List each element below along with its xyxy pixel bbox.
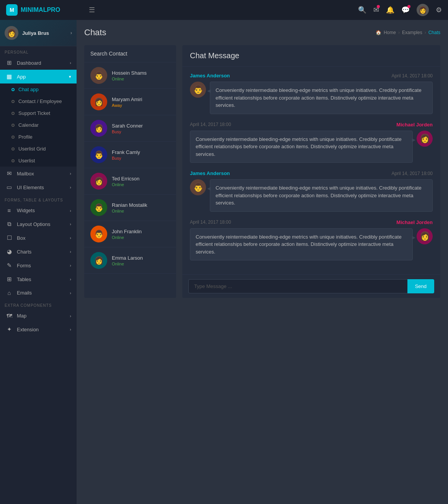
sidebar-item-mailbox[interactable]: ✉ Mailbox › — [0, 167, 77, 180]
breadcrumb-home-icon: 🏠 — [376, 30, 381, 35]
sub-dot-profile — [11, 136, 15, 139]
section-forms: FORMS, TABLE & LAYOUTS — [0, 194, 77, 204]
message-input[interactable] — [188, 279, 407, 293]
sidebar-item-extension[interactable]: ✦ Extension › — [0, 322, 77, 336]
sidebar-item-widgets-label: Widgets — [17, 208, 66, 213]
contact-item-8[interactable]: 👩 Emma Larson Online — [84, 247, 176, 274]
brand: M MINIMALPRO — [6, 4, 83, 16]
sidebar-item-box[interactable]: ☐ Box › — [0, 231, 77, 245]
sidebar-sub-item-userlist[interactable]: Userlist — [0, 155, 77, 167]
page-title: Chats — [84, 28, 106, 38]
dashboard-chevron: › — [70, 61, 71, 65]
sidebar-sub-label-profile: Profile — [18, 134, 33, 140]
contact-item-2[interactable]: 👩 Maryam Amiri Away — [84, 89, 176, 115]
msg-body-1: 👨 ◀ Conveniently reintermediate bleeding… — [190, 82, 433, 114]
contact-status-8: Online — [112, 262, 143, 266]
chat-panel-title: Chat Message — [190, 51, 433, 60]
message-3: James Anderson April 14, 2017 18:00 👨 ◀ … — [190, 170, 433, 212]
sub-dot-support — [11, 112, 15, 115]
sidebar-item-dashboard[interactable]: ⊞ Dashboard › — [0, 56, 77, 70]
contact-item-4[interactable]: 👨 Frank Camly Busy — [84, 142, 176, 168]
search-icon[interactable]: 🔍 — [358, 6, 366, 14]
contact-item-5[interactable]: 👩 Ted Erricson Online — [84, 168, 176, 195]
settings-icon[interactable]: ⚙ — [436, 6, 442, 14]
widgets-chevron: › — [70, 208, 71, 213]
contact-info-8: Emma Larson Online — [112, 255, 143, 266]
contact-avatar-2: 👩 — [90, 93, 107, 110]
sidebar-item-tables[interactable]: ⊞ Tables › — [0, 272, 77, 286]
breadcrumb-home[interactable]: Home — [384, 30, 396, 35]
contacts-panel: Search Contact 👨 Hossein Shams Online 👩 … — [84, 45, 176, 298]
sidebar-sub-label-contact: Contact / Employee — [18, 98, 62, 104]
layout: 👩 Juliya Brus › PERSONAL ⊞ Dashboard › ▦… — [0, 0, 448, 504]
tables-chevron: › — [70, 277, 71, 281]
msg-avatar-3: 👨 — [190, 179, 206, 195]
sidebar-item-dashboard-label: Dashboard — [17, 60, 66, 66]
sidebar-sub-item-support[interactable]: Support Ticket — [0, 107, 77, 119]
contact-status-1: Online — [112, 77, 147, 81]
msg-text-4: Conveniently reintermediate bleeding-edg… — [196, 234, 402, 255]
contact-item-3[interactable]: 👩 Sarah Conner Busy — [84, 115, 176, 142]
sidebar-item-app-label: App — [17, 74, 65, 80]
sidebar-item-app[interactable]: ▦ App ▾ — [0, 70, 77, 83]
sidebar-sub-item-chat-app[interactable]: Chat app — [0, 83, 77, 95]
charts-icon: ◕ — [5, 248, 13, 255]
contact-status-4: Busy — [112, 156, 140, 160]
msg-time-2: April 14, 2017 18:00 — [190, 122, 231, 127]
contact-info-1: Hossein Shams Online — [112, 70, 147, 81]
app-icon: ▦ — [5, 73, 13, 80]
sidebar-item-layout[interactable]: ⧉ Layout Options › — [0, 217, 77, 231]
sidebar-user[interactable]: 👩 Juliya Brus › — [0, 20, 77, 46]
bubble-arrow-4: ▶ — [412, 234, 415, 241]
message-1: James Anderson April 14, 2017 18:00 👨 ◀ … — [190, 73, 433, 114]
emails-icon: ⌂ — [5, 290, 13, 296]
sidebar-item-widgets[interactable]: ≡ Widgets › — [0, 204, 77, 217]
chat-icon[interactable]: 💬 — [401, 6, 410, 14]
hamburger-icon[interactable]: ☰ — [89, 6, 95, 14]
contact-status-5: Online — [112, 182, 139, 187]
sidebar-sub-item-calendar[interactable]: Calendar — [0, 119, 77, 131]
msg-body-2: 👩 ▶ Conveniently reintermediate bleeding… — [190, 131, 433, 163]
contact-avatar-6: 👨 — [90, 199, 107, 216]
sidebar: 👩 Juliya Brus › PERSONAL ⊞ Dashboard › ▦… — [0, 20, 77, 504]
user-avatar[interactable]: 👩 — [417, 4, 429, 16]
sidebar-item-map-label: Map — [17, 313, 66, 319]
section-extra: EXTRA COMPONENTS — [0, 299, 77, 309]
map-chevron: › — [70, 314, 71, 318]
mail-icon[interactable]: ✉ — [373, 6, 379, 14]
app-chevron: ▾ — [69, 74, 71, 79]
send-button[interactable]: Send — [407, 279, 434, 293]
layout-chevron: › — [70, 222, 71, 226]
sidebar-sub-item-profile[interactable]: Profile — [0, 131, 77, 143]
sidebar-item-emails-label: Emails — [17, 290, 66, 296]
sidebar-item-extension-label: Extension — [17, 327, 66, 332]
section-personal: PERSONAL — [0, 46, 77, 56]
contact-info-2: Maryam Amiri Away — [112, 97, 142, 108]
contact-item-6[interactable]: 👨 Ranian Mostalik Online — [84, 195, 176, 221]
sidebar-sub-item-userlist-grid[interactable]: Userlist Grid — [0, 143, 77, 155]
contact-item-1[interactable]: 👨 Hossein Shams Online — [84, 62, 176, 89]
msg-sender-3: James Anderson — [190, 170, 230, 176]
dashboard-icon: ⊞ — [5, 59, 13, 66]
msg-time-1: April 14, 2017 18:00 — [392, 73, 433, 79]
sidebar-item-forms[interactable]: ✎ Forms › — [0, 259, 77, 272]
msg-meta-3: James Anderson April 14, 2017 18:00 — [190, 170, 433, 176]
page-header: Chats 🏠 Home › Examples › Chats — [84, 28, 440, 38]
notification-icon[interactable]: 🔔 — [386, 6, 394, 14]
msg-body-3: 👨 ◀ Conveniently reintermediate bleeding… — [190, 179, 433, 212]
contact-avatar-5: 👩 — [90, 173, 107, 190]
sidebar-item-map[interactable]: 🗺 Map › — [0, 309, 77, 322]
chat-panel: Chat Message James Anderson April 14, 20… — [182, 45, 440, 298]
contact-status-6: Online — [112, 209, 147, 213]
contact-name-2: Maryam Amiri — [112, 97, 142, 102]
msg-sender-1: James Anderson — [190, 73, 230, 79]
contact-item-7[interactable]: 👨 John Franklin Online — [84, 221, 176, 247]
sidebar-sub-item-contact[interactable]: Contact / Employee — [0, 95, 77, 107]
sidebar-item-charts[interactable]: ◕ Charts › — [0, 245, 77, 259]
bubble-arrow-3: ◀ — [207, 185, 211, 192]
sidebar-item-ui-elements[interactable]: ▭ UI Elements › — [0, 180, 77, 194]
contacts-header-title: Search Contact — [90, 51, 170, 57]
sidebar-item-emails[interactable]: ⌂ Emails › — [0, 286, 77, 299]
forms-icon: ✎ — [5, 262, 13, 269]
breadcrumb-examples[interactable]: Examples — [402, 30, 422, 35]
